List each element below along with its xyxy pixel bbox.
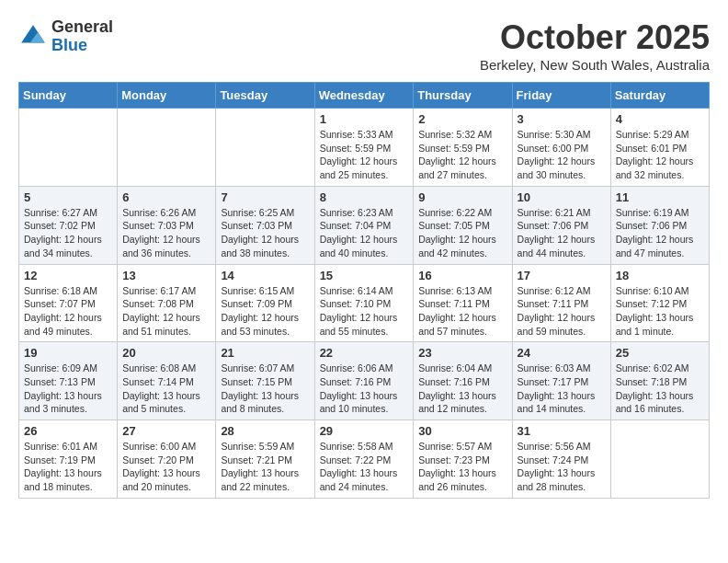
day-cell: 10Sunrise: 6:21 AM Sunset: 7:06 PM Dayli… — [512, 186, 610, 264]
day-cell: 23Sunrise: 6:04 AM Sunset: 7:16 PM Dayli… — [414, 342, 512, 420]
day-number: 22 — [320, 346, 409, 360]
day-cell: 22Sunrise: 6:06 AM Sunset: 7:16 PM Dayli… — [314, 342, 414, 420]
weekday-saturday: Saturday — [610, 83, 709, 109]
day-number: 23 — [418, 346, 506, 360]
month-title: October 2025 — [480, 18, 710, 57]
day-info: Sunrise: 6:13 AM Sunset: 7:11 PM Dayligh… — [418, 284, 506, 339]
day-cell: 28Sunrise: 5:59 AM Sunset: 7:21 PM Dayli… — [216, 420, 314, 499]
day-number: 28 — [221, 424, 309, 438]
day-number: 18 — [616, 269, 704, 282]
weekday-wednesday: Wednesday — [314, 83, 414, 109]
day-number: 5 — [24, 190, 112, 204]
day-info: Sunrise: 5:57 AM Sunset: 7:23 PM Dayligh… — [418, 440, 506, 494]
day-cell: 4Sunrise: 5:29 AM Sunset: 6:01 PM Daylig… — [610, 109, 709, 187]
day-info: Sunrise: 6:04 AM Sunset: 7:16 PM Dayligh… — [418, 362, 506, 416]
day-number: 12 — [24, 269, 112, 282]
day-number: 13 — [122, 269, 210, 282]
week-row-3: 12Sunrise: 6:18 AM Sunset: 7:07 PM Dayli… — [19, 264, 710, 342]
day-cell: 6Sunrise: 6:26 AM Sunset: 7:03 PM Daylig… — [118, 186, 216, 264]
day-info: Sunrise: 6:21 AM Sunset: 7:06 PM Dayligh… — [518, 206, 606, 260]
day-number: 29 — [320, 424, 409, 438]
calendar: SundayMondayTuesdayWednesdayThursdayFrid… — [18, 82, 710, 499]
day-cell: 21Sunrise: 6:07 AM Sunset: 7:15 PM Dayli… — [216, 342, 314, 420]
day-info: Sunrise: 6:07 AM Sunset: 7:15 PM Dayligh… — [221, 362, 309, 416]
weekday-tuesday: Tuesday — [216, 83, 314, 109]
day-cell: 14Sunrise: 6:15 AM Sunset: 7:09 PM Dayli… — [216, 264, 314, 342]
day-number: 30 — [418, 424, 506, 438]
day-number: 21 — [221, 346, 309, 360]
logo-general: General — [51, 18, 113, 37]
day-cell: 15Sunrise: 6:14 AM Sunset: 7:10 PM Dayli… — [314, 264, 414, 342]
day-cell — [216, 109, 314, 187]
day-info: Sunrise: 6:27 AM Sunset: 7:02 PM Dayligh… — [24, 206, 112, 260]
logo: General Blue — [18, 18, 113, 55]
day-info: Sunrise: 6:01 AM Sunset: 7:19 PM Dayligh… — [24, 440, 112, 494]
week-row-4: 19Sunrise: 6:09 AM Sunset: 7:13 PM Dayli… — [19, 342, 710, 420]
day-number: 2 — [418, 112, 506, 126]
day-info: Sunrise: 6:25 AM Sunset: 7:03 PM Dayligh… — [221, 206, 309, 260]
week-row-2: 5Sunrise: 6:27 AM Sunset: 7:02 PM Daylig… — [19, 186, 710, 264]
day-number: 11 — [616, 190, 704, 204]
logo-icon — [18, 22, 48, 52]
day-cell: 9Sunrise: 6:22 AM Sunset: 7:05 PM Daylig… — [414, 186, 512, 264]
day-cell: 24Sunrise: 6:03 AM Sunset: 7:17 PM Dayli… — [512, 342, 610, 420]
day-cell: 8Sunrise: 6:23 AM Sunset: 7:04 PM Daylig… — [314, 186, 414, 264]
day-cell: 7Sunrise: 6:25 AM Sunset: 7:03 PM Daylig… — [216, 186, 314, 264]
weekday-friday: Friday — [512, 83, 610, 109]
day-number: 3 — [518, 112, 606, 126]
day-number: 9 — [418, 190, 506, 204]
day-cell: 18Sunrise: 6:10 AM Sunset: 7:12 PM Dayli… — [610, 264, 709, 342]
day-cell: 13Sunrise: 6:17 AM Sunset: 7:08 PM Dayli… — [118, 264, 216, 342]
day-info: Sunrise: 6:00 AM Sunset: 7:20 PM Dayligh… — [122, 440, 210, 494]
day-cell: 3Sunrise: 5:30 AM Sunset: 6:00 PM Daylig… — [512, 109, 610, 187]
day-info: Sunrise: 5:56 AM Sunset: 7:24 PM Dayligh… — [518, 440, 606, 494]
day-number: 19 — [24, 346, 112, 360]
day-number: 14 — [221, 269, 309, 282]
day-number: 26 — [24, 424, 112, 438]
day-info: Sunrise: 6:14 AM Sunset: 7:10 PM Dayligh… — [320, 284, 409, 339]
day-number: 10 — [518, 190, 606, 204]
day-cell: 5Sunrise: 6:27 AM Sunset: 7:02 PM Daylig… — [19, 186, 118, 264]
day-cell: 2Sunrise: 5:32 AM Sunset: 5:59 PM Daylig… — [414, 109, 512, 187]
day-cell: 1Sunrise: 5:33 AM Sunset: 5:59 PM Daylig… — [314, 109, 414, 187]
week-row-5: 26Sunrise: 6:01 AM Sunset: 7:19 PM Dayli… — [19, 420, 710, 499]
day-number: 27 — [122, 424, 210, 438]
title-block: October 2025 Berkeley, New South Wales, … — [480, 18, 710, 73]
day-info: Sunrise: 5:58 AM Sunset: 7:22 PM Dayligh… — [320, 440, 409, 494]
day-info: Sunrise: 6:26 AM Sunset: 7:03 PM Dayligh… — [122, 206, 210, 260]
day-number: 20 — [122, 346, 210, 360]
day-number: 7 — [221, 190, 309, 204]
day-number: 31 — [518, 424, 606, 438]
day-info: Sunrise: 6:12 AM Sunset: 7:11 PM Dayligh… — [518, 284, 606, 339]
weekday-sunday: Sunday — [19, 83, 118, 109]
day-cell: 12Sunrise: 6:18 AM Sunset: 7:07 PM Dayli… — [19, 264, 118, 342]
day-cell: 25Sunrise: 6:02 AM Sunset: 7:18 PM Dayli… — [610, 342, 709, 420]
day-info: Sunrise: 6:19 AM Sunset: 7:06 PM Dayligh… — [616, 206, 704, 260]
day-info: Sunrise: 6:17 AM Sunset: 7:08 PM Dayligh… — [122, 284, 210, 339]
logo-blue: Blue — [51, 37, 113, 55]
day-number: 16 — [418, 269, 506, 282]
day-cell: 19Sunrise: 6:09 AM Sunset: 7:13 PM Dayli… — [19, 342, 118, 420]
day-cell — [118, 109, 216, 187]
day-info: Sunrise: 5:33 AM Sunset: 5:59 PM Dayligh… — [320, 128, 409, 182]
weekday-header-row: SundayMondayTuesdayWednesdayThursdayFrid… — [19, 83, 710, 109]
page-header: General Blue October 2025 Berkeley, New … — [18, 18, 710, 73]
day-cell: 27Sunrise: 6:00 AM Sunset: 7:20 PM Dayli… — [118, 420, 216, 499]
day-info: Sunrise: 6:03 AM Sunset: 7:17 PM Dayligh… — [518, 362, 606, 416]
day-cell: 11Sunrise: 6:19 AM Sunset: 7:06 PM Dayli… — [610, 186, 709, 264]
day-number: 17 — [518, 269, 606, 282]
week-row-1: 1Sunrise: 5:33 AM Sunset: 5:59 PM Daylig… — [19, 109, 710, 187]
day-cell — [19, 109, 118, 187]
day-info: Sunrise: 5:29 AM Sunset: 6:01 PM Dayligh… — [616, 128, 704, 182]
weekday-thursday: Thursday — [414, 83, 512, 109]
day-info: Sunrise: 5:32 AM Sunset: 5:59 PM Dayligh… — [418, 128, 506, 182]
day-cell: 17Sunrise: 6:12 AM Sunset: 7:11 PM Dayli… — [512, 264, 610, 342]
day-cell: 26Sunrise: 6:01 AM Sunset: 7:19 PM Dayli… — [19, 420, 118, 499]
day-info: Sunrise: 6:02 AM Sunset: 7:18 PM Dayligh… — [616, 362, 704, 416]
day-cell: 31Sunrise: 5:56 AM Sunset: 7:24 PM Dayli… — [512, 420, 610, 499]
day-number: 6 — [122, 190, 210, 204]
day-info: Sunrise: 6:22 AM Sunset: 7:05 PM Dayligh… — [418, 206, 506, 260]
day-cell — [610, 420, 709, 499]
day-number: 15 — [320, 269, 409, 282]
day-info: Sunrise: 5:30 AM Sunset: 6:00 PM Dayligh… — [518, 128, 606, 182]
